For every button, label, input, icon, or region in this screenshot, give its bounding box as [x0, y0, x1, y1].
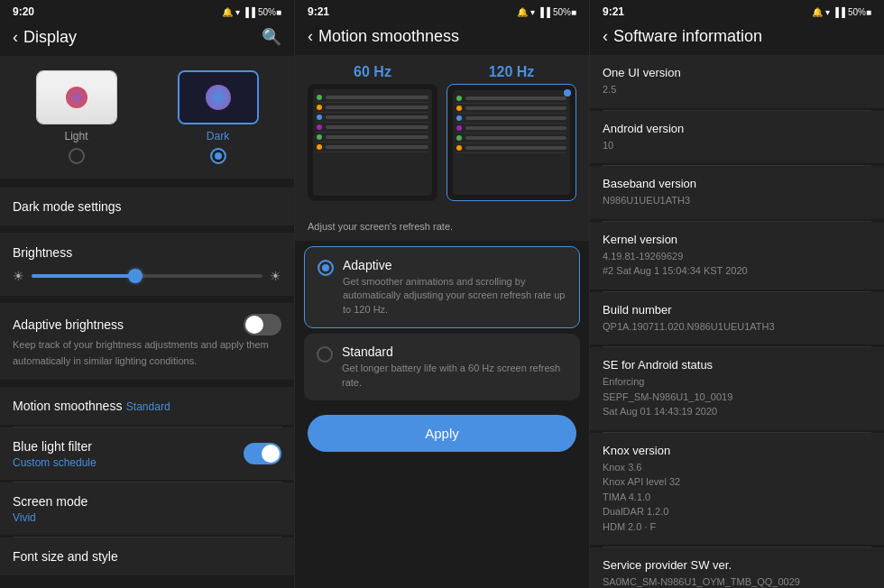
- hz-60-label: 60 Hz: [354, 64, 391, 80]
- brightness-section: Brightness ☀ ☀: [0, 233, 294, 296]
- alarm-icon: 🔔: [222, 7, 233, 17]
- back-button-motion[interactable]: ‹: [308, 27, 313, 46]
- back-button-display[interactable]: ‹: [13, 28, 18, 47]
- display-content: Light Dark Dark mode settings Brightness: [0, 56, 294, 588]
- adaptive-brightness-item[interactable]: Adaptive brightness Keep track of your b…: [0, 303, 294, 380]
- adaptive-brightness-toggle[interactable]: [244, 314, 281, 335]
- blue-light-item[interactable]: Blue light filter Custom schedule: [0, 427, 294, 480]
- motion-content: 60 Hz 120 Hz: [295, 55, 589, 588]
- battery-icon-2: 50%■: [553, 7, 576, 17]
- time-1: 9:20: [13, 5, 34, 18]
- theme-option-dark[interactable]: Dark: [154, 70, 281, 164]
- apply-button[interactable]: Apply: [308, 415, 576, 452]
- motion-desc: Adjust your screen's refresh rate.: [308, 221, 453, 232]
- time-2: 9:21: [308, 5, 329, 18]
- status-bar-3: 9:21 🔔 ▾ ▐▐ 50%■: [590, 0, 884, 22]
- software-item-1[interactable]: Android version10: [590, 111, 884, 164]
- hz-120-label: 120 Hz: [489, 64, 535, 80]
- hz-120-option[interactable]: 120 Hz: [447, 64, 576, 201]
- status-bar-2: 9:21 🔔 ▾ ▐▐ 50%■: [295, 0, 589, 22]
- software-item-2[interactable]: Baseband versionN986U1UEU1ATH3: [590, 166, 884, 219]
- battery-icon-3: 50%■: [848, 7, 871, 17]
- software-item-value-4: QP1A.190711.020.N986U1UEU1ATH3: [603, 319, 871, 335]
- brightness-slider[interactable]: [32, 274, 262, 278]
- adaptive-radio[interactable]: [318, 260, 334, 276]
- software-item-0[interactable]: One UI version2.5: [590, 55, 884, 108]
- page-title-software: Software information: [613, 27, 762, 46]
- software-item-value-7: SA0MC_SM-N986U1_OYM_TMB_QQ_0029 R3CN703F…: [603, 574, 871, 588]
- software-item-4[interactable]: Build numberQP1A.190711.020.N986U1UEU1AT…: [590, 292, 884, 345]
- standard-name: Standard: [342, 345, 567, 359]
- top-bar-display: ‹ Display 🔍: [0, 22, 294, 56]
- hz-indicator: [564, 89, 571, 96]
- software-item-value-6: Knox 3.6 Knox API level 32 TIMA 4.1.0 Du…: [603, 460, 871, 535]
- standard-radio[interactable]: [317, 346, 333, 363]
- software-item-7[interactable]: Service provider SW ver.SA0MC_SM-N986U1_…: [590, 547, 884, 588]
- light-radio[interactable]: [69, 148, 85, 164]
- software-item-title-2: Baseband version: [603, 177, 871, 190]
- top-bar-software: ‹ Software information: [590, 22, 884, 55]
- screen-mode-sublabel: Vivid: [13, 511, 281, 524]
- battery-icon: 50%■: [258, 7, 281, 17]
- signal-icon: ▐▐: [243, 7, 255, 17]
- screen-mode-item[interactable]: Screen mode Vivid: [0, 482, 294, 535]
- theme-preview-dark: [178, 70, 259, 124]
- toggle-knob: [245, 316, 263, 334]
- blue-light-toggle[interactable]: [244, 443, 281, 464]
- software-item-5[interactable]: SE for Android statusEnforcing SEPF_SM-N…: [590, 347, 884, 430]
- adaptive-name: Adaptive: [343, 258, 566, 272]
- adaptive-desc: Get smoother animations and scrolling by…: [343, 275, 566, 317]
- dark-preview-circle: [206, 85, 231, 110]
- software-item-title-4: Build number: [603, 303, 871, 317]
- wifi-icon-3: ▾: [825, 7, 830, 17]
- alarm-icon-2: 🔔: [517, 7, 528, 17]
- software-item-value-0: 2.5: [603, 82, 871, 97]
- sun-large-icon: ☀: [270, 269, 281, 283]
- status-icons-2: 🔔 ▾ ▐▐ 50%■: [517, 7, 576, 17]
- software-item-6[interactable]: Knox versionKnox 3.6 Knox API level 32 T…: [590, 433, 884, 546]
- back-button-software[interactable]: ‹: [603, 27, 608, 46]
- page-title-display: Display: [23, 28, 77, 47]
- blue-light-knob: [262, 445, 280, 463]
- dark-mode-settings-item[interactable]: Dark mode settings: [0, 188, 294, 225]
- software-item-title-1: Android version: [603, 122, 871, 135]
- adaptive-brightness-desc: Keep track of your brightness adjustment…: [13, 339, 269, 366]
- brightness-row: ☀ ☀: [13, 269, 281, 283]
- light-label: Light: [64, 130, 87, 142]
- adaptive-option-card[interactable]: Adaptive Get smoother animations and scr…: [304, 246, 580, 328]
- brightness-label: Brightness: [13, 245, 281, 260]
- software-item-3[interactable]: Kernel version4.19.81-19269629 #2 Sat Au…: [590, 222, 884, 289]
- theme-preview-light: [36, 70, 117, 124]
- font-size-item[interactable]: Font size and style: [0, 537, 294, 575]
- signal-icon-2: ▐▐: [538, 7, 550, 17]
- software-item-title-3: Kernel version: [603, 233, 871, 246]
- motion-label: Motion smoothness: [13, 399, 122, 413]
- hz-60-preview: [308, 84, 437, 201]
- search-icon-display[interactable]: 🔍: [262, 27, 281, 47]
- page-title-motion: Motion smoothness: [318, 27, 459, 46]
- hz-120-preview: [447, 84, 576, 201]
- hz-60-option[interactable]: 60 Hz: [308, 64, 437, 201]
- adaptive-brightness-label: Adaptive brightness: [13, 317, 124, 332]
- software-content: One UI version2.5Android version10Baseba…: [590, 55, 884, 588]
- software-panel: 9:21 🔔 ▾ ▐▐ 50%■ ‹ Software information …: [590, 0, 884, 588]
- time-3: 9:21: [603, 5, 624, 18]
- motion-desc-box: Adjust your screen's refresh rate.: [295, 210, 589, 241]
- motion-smoothness-item[interactable]: Motion smoothness Standard: [0, 387, 294, 425]
- theme-selector: Light Dark: [0, 56, 294, 179]
- motion-panel: 9:21 🔔 ▾ ▐▐ 50%■ ‹ Motion smoothness 60 …: [295, 0, 590, 588]
- standard-option-card[interactable]: Standard Get longer battery life with a …: [304, 334, 580, 400]
- software-item-value-1: 10: [603, 138, 871, 153]
- dark-mode-label: Dark mode settings: [13, 199, 122, 214]
- hz-selector: 60 Hz 120 Hz: [295, 55, 589, 210]
- blue-light-label: Blue light filter: [13, 439, 92, 454]
- brightness-thumb[interactable]: [128, 269, 143, 283]
- light-preview-circle: [66, 87, 87, 108]
- theme-option-light[interactable]: Light: [13, 70, 140, 164]
- dark-radio[interactable]: [210, 148, 226, 164]
- sun-small-icon: ☀: [13, 269, 24, 283]
- wifi-icon-2: ▾: [530, 7, 535, 17]
- software-item-value-5: Enforcing SEPF_SM-N986U1_10_0019 Sat Aug…: [603, 374, 871, 419]
- software-item-title-0: One UI version: [603, 66, 871, 79]
- dark-label: Dark: [207, 130, 229, 142]
